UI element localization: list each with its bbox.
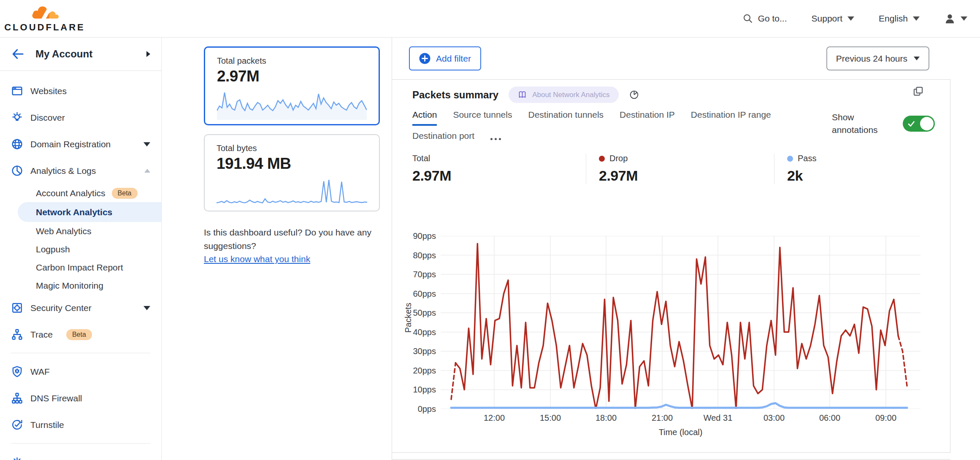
time-range-label: Previous 24 hours bbox=[836, 54, 907, 64]
cloudflare-logo[interactable]: CLOUDFLARE bbox=[11, 5, 79, 33]
add-filter-label: Add filter bbox=[436, 54, 471, 64]
sidebar-item-label: Account Analytics bbox=[36, 188, 106, 198]
sidebar-item-discover[interactable]: Discover bbox=[0, 104, 161, 131]
sidebar-item-label: Analytics & Logs bbox=[30, 166, 96, 176]
drop-series-dashed-tail bbox=[898, 336, 907, 386]
sidebar: My Account WebsitesDiscoverDomain Regist… bbox=[0, 38, 162, 460]
card-title: Total bytes bbox=[217, 143, 367, 153]
tab-destination-ip[interactable]: Destination IP bbox=[620, 110, 675, 126]
shield-gear-icon bbox=[11, 365, 23, 378]
y-tick-label: 50pps bbox=[413, 308, 436, 318]
pass-legend-dot bbox=[787, 156, 793, 162]
sidebar-item-label: Magic Monitoring bbox=[36, 281, 103, 291]
pie-chart-icon[interactable] bbox=[629, 89, 639, 100]
check-icon bbox=[907, 120, 915, 128]
x-tick-label: 09:00 bbox=[875, 413, 896, 423]
tab-destination-ip-range[interactable]: Destination IP range bbox=[691, 110, 771, 126]
language-menu[interactable]: English bbox=[879, 14, 920, 24]
tab-source-tunnels[interactable]: Source tunnels bbox=[453, 110, 512, 126]
sidebar-item-logpush[interactable]: Logpush bbox=[0, 240, 161, 258]
packets-summary-panel: Packets summary About Network Analytics … bbox=[392, 79, 950, 453]
x-tick-label: 03:00 bbox=[763, 413, 785, 423]
totals-row: Total2.97MDrop2.97MPass2k bbox=[392, 154, 950, 184]
more-tabs-button[interactable] bbox=[490, 138, 501, 147]
y-tick-label: 10pps bbox=[413, 385, 436, 395]
cloudflare-cloud-icon bbox=[26, 5, 63, 22]
sidebar-item-magic-monitoring[interactable]: Magic Monitoring bbox=[0, 276, 161, 295]
sidebar-item-label: Security Center bbox=[30, 303, 92, 313]
language-label: English bbox=[879, 14, 908, 24]
support-menu[interactable]: Support bbox=[812, 14, 855, 24]
total-packets-card[interactable]: Total packets 2.97M bbox=[204, 46, 380, 125]
refresh-check-icon bbox=[11, 419, 23, 431]
goto-search[interactable]: Go to... bbox=[743, 14, 787, 24]
sidebar-item-dns-firewall[interactable]: DNS Firewall bbox=[0, 385, 161, 411]
sidebar-nav: WebsitesDiscoverDomain RegistrationAnaly… bbox=[0, 71, 161, 460]
card-value: 2.97M bbox=[217, 68, 367, 85]
page-shell: My Account WebsitesDiscoverDomain Regist… bbox=[0, 38, 980, 460]
sidebar-item-waf[interactable]: WAF bbox=[0, 358, 161, 385]
account-menu[interactable] bbox=[944, 13, 967, 24]
sidebar-item-network-analytics[interactable]: Network Analytics bbox=[18, 202, 161, 222]
x-axis-ticks: 12:0015:0018:0021:00Wed 3103:0006:0009:0… bbox=[441, 413, 920, 425]
sidebar-item-account-analytics[interactable]: Account AnalyticsBeta bbox=[0, 184, 161, 202]
total-bytes-sparkline bbox=[217, 176, 367, 207]
y-tick-label: 70pps bbox=[413, 270, 436, 279]
breakdown-tabs: ActionSource tunnelsDestination tunnelsD… bbox=[412, 110, 784, 147]
x-tick-label: 21:00 bbox=[652, 413, 673, 423]
x-tick-label: 15:00 bbox=[540, 413, 561, 423]
main-content: Add filter Previous 24 hours Packets sum… bbox=[392, 38, 980, 460]
duplicate-panel-icon[interactable] bbox=[912, 86, 924, 97]
sidebar-item-label: DNS Firewall bbox=[30, 393, 82, 403]
total-total: Total2.97M bbox=[392, 154, 586, 184]
tab-action[interactable]: Action bbox=[412, 110, 437, 126]
drop-series-line bbox=[455, 244, 898, 409]
lightbulb-icon bbox=[11, 111, 23, 124]
time-range-selector[interactable]: Previous 24 hours bbox=[826, 46, 929, 70]
total-label: Total bbox=[412, 154, 430, 163]
total-bytes-card[interactable]: Total bytes 191.94 MB bbox=[204, 134, 380, 211]
show-annotations-label: Show annotations bbox=[832, 111, 888, 137]
plot-area[interactable] bbox=[441, 236, 920, 409]
total-label-row: Pass bbox=[787, 154, 950, 163]
show-annotations-control: Show annotations bbox=[832, 111, 935, 137]
y-tick-label: 30pps bbox=[413, 346, 436, 356]
total-label-row: Drop bbox=[599, 154, 774, 163]
card-value: 191.94 MB bbox=[217, 155, 367, 173]
about-badge-label: About Network Analytics bbox=[532, 91, 609, 99]
browser-icon bbox=[11, 85, 23, 97]
sidebar-item-web-analytics[interactable]: Web Analytics bbox=[0, 222, 161, 240]
sidebar-item-security-center[interactable]: Security Center bbox=[0, 295, 161, 321]
sidebar-item-turnstile[interactable]: Turnstile bbox=[0, 411, 161, 438]
about-network-analytics-badge[interactable]: About Network Analytics bbox=[509, 87, 619, 103]
feedback-link[interactable]: Let us know what you think bbox=[204, 254, 310, 264]
tab-destination-port[interactable]: Destination port bbox=[412, 131, 474, 147]
sidebar-item-analytics-logs[interactable]: Analytics & Logs bbox=[0, 157, 161, 184]
trace-icon bbox=[11, 328, 23, 341]
feedback-block: Is this dashboard useful? Do you have an… bbox=[204, 226, 392, 266]
book-icon bbox=[518, 90, 527, 99]
sidebar-account-header[interactable]: My Account bbox=[0, 38, 161, 71]
back-arrow-icon[interactable] bbox=[11, 47, 24, 61]
y-axis-ticks: 0pps10pps20pps30pps40pps50pps60pps70pps8… bbox=[392, 236, 436, 409]
beta-badge: Beta bbox=[66, 329, 92, 340]
chevron-up-icon bbox=[144, 169, 150, 173]
sidebar-item-sparkle[interactable] bbox=[0, 449, 161, 460]
sidebar-item-label: WAF bbox=[30, 367, 50, 377]
chevron-down-icon bbox=[847, 16, 854, 21]
add-filter-button[interactable]: Add filter bbox=[409, 46, 481, 70]
beta-badge: Beta bbox=[112, 188, 138, 199]
sidebar-item-label: Discover bbox=[30, 113, 65, 123]
chevron-right-icon bbox=[146, 51, 150, 57]
feedback-question: Is this dashboard useful? Do you have an… bbox=[204, 226, 392, 252]
sidebar-item-websites[interactable]: Websites bbox=[0, 78, 161, 104]
toggle-knob bbox=[920, 117, 934, 130]
tab-destination-tunnels[interactable]: Destination tunnels bbox=[528, 110, 604, 126]
sidebar-item-label: Trace bbox=[30, 330, 53, 340]
sidebar-item-carbon-impact-report[interactable]: Carbon Impact Report bbox=[0, 258, 161, 276]
sidebar-item-trace[interactable]: TraceBeta bbox=[0, 321, 161, 348]
y-tick-label: 90pps bbox=[413, 231, 436, 241]
sidebar-item-domain-registration[interactable]: Domain Registration bbox=[0, 131, 161, 157]
show-annotations-toggle[interactable] bbox=[903, 116, 935, 132]
packets-chart: Packets 0pps10pps20pps30pps40pps50pps60p… bbox=[392, 233, 950, 452]
